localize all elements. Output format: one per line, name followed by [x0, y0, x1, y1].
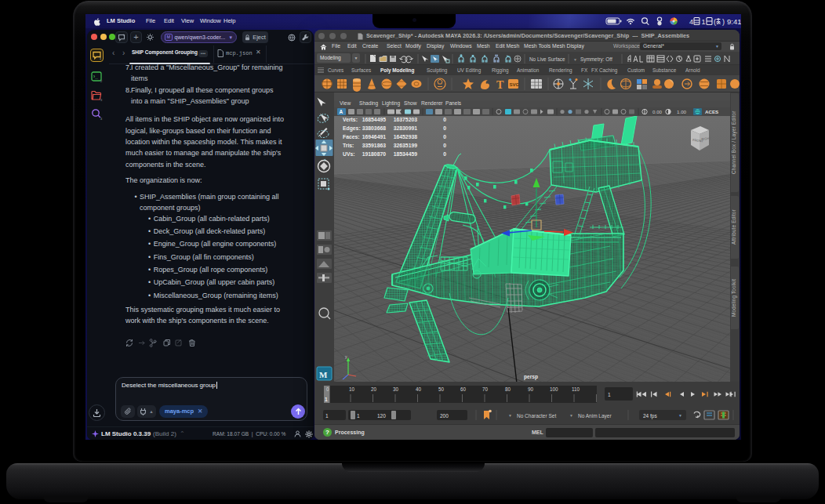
svg-text:No Character Set: No Character Set	[517, 413, 556, 419]
svg-text:32830991: 32830991	[394, 125, 417, 131]
svg-text:(: (	[714, 18, 716, 26]
svg-text:1: 1	[100, 56, 101, 60]
svg-text:24 fps: 24 fps	[643, 413, 657, 419]
svg-text:3: 3	[100, 98, 103, 102]
svg-text:▼: ▼	[569, 413, 573, 418]
svg-text:80: 80	[505, 386, 511, 392]
svg-text:40: 40	[416, 386, 422, 392]
svg-text:0: 0	[443, 117, 446, 122]
svg-text:A: A	[340, 109, 343, 114]
svg-text:10: 10	[349, 386, 355, 392]
svg-text:▼: ▼	[508, 413, 512, 418]
svg-text:100: 100	[550, 386, 558, 392]
svg-text:ACES: ACES	[705, 109, 718, 114]
svg-text:16946491: 16946491	[362, 134, 386, 140]
svg-text:32635199: 32635199	[394, 143, 417, 148]
svg-text:4: 4	[100, 117, 103, 121]
svg-text:16854495: 16854495	[362, 117, 386, 122]
svg-text:16452938: 16452938	[394, 134, 417, 140]
svg-text:Tris:: Tris:	[343, 143, 354, 148]
svg-text:33803668: 33803668	[362, 125, 386, 131]
svg-text:0: 0	[326, 386, 329, 392]
svg-text:70: 70	[482, 386, 489, 392]
svg-text:Symmetry: Off: Symmetry: Off	[580, 56, 612, 62]
svg-text:0: 0	[443, 151, 446, 157]
svg-text:No Live Surface: No Live Surface	[529, 56, 565, 61]
svg-text:▼: ▼	[573, 56, 577, 61]
svg-text:No Anim Layer: No Anim Layer	[578, 413, 612, 419]
svg-text:›_: ›_	[93, 74, 98, 79]
svg-text:90: 90	[528, 386, 534, 392]
svg-text:persp: persp	[524, 374, 538, 380]
svg-text:SVG: SVG	[510, 82, 520, 86]
svg-text:200: 200	[440, 413, 449, 419]
svg-text:18534459: 18534459	[394, 151, 417, 157]
svg-text:Lighting: Lighting	[382, 100, 400, 107]
svg-text:Panels: Panels	[445, 100, 462, 106]
svg-text:View: View	[340, 100, 351, 106]
svg-text:T: T	[496, 79, 504, 91]
svg-text:▼: ▼	[678, 413, 682, 418]
svg-text:1: 1	[325, 413, 329, 419]
svg-text:1.00: 1.00	[677, 109, 687, 114]
svg-text:4: 4	[689, 18, 693, 26]
svg-text:Show: Show	[404, 100, 417, 106]
svg-text:2: 2	[100, 79, 103, 83]
svg-text:120: 120	[377, 413, 386, 419]
svg-text:): )	[722, 18, 725, 26]
svg-text:0: 0	[443, 143, 446, 148]
svg-text:0: 0	[443, 134, 446, 140]
svg-text:1: 1	[702, 18, 706, 26]
svg-text:1: 1	[357, 413, 360, 419]
svg-text:33591863: 33591863	[362, 143, 386, 148]
svg-text:Shading: Shading	[359, 100, 379, 107]
svg-text:Faces:: Faces:	[343, 134, 360, 140]
svg-text:16375203: 16375203	[394, 117, 417, 122]
svg-text:UVs:: UVs:	[343, 151, 355, 157]
svg-text:19180870: 19180870	[362, 151, 386, 157]
svg-text:9:41: 9:41	[727, 17, 741, 26]
svg-text:110: 110	[572, 386, 580, 392]
svg-text:Edges:: Edges:	[343, 125, 361, 132]
svg-text:M: M	[319, 370, 328, 379]
svg-text:20: 20	[371, 386, 377, 392]
svg-text:1: 1	[608, 392, 611, 397]
svg-text:1: 1	[325, 397, 328, 402]
svg-text:30: 30	[393, 386, 399, 392]
svg-text:Verts:: Verts:	[343, 117, 358, 122]
svg-text:50: 50	[438, 386, 445, 392]
svg-text:0.00: 0.00	[652, 109, 663, 114]
svg-text:Renderer: Renderer	[421, 100, 443, 106]
svg-text:0: 0	[443, 125, 446, 131]
svg-text:60: 60	[460, 386, 467, 392]
